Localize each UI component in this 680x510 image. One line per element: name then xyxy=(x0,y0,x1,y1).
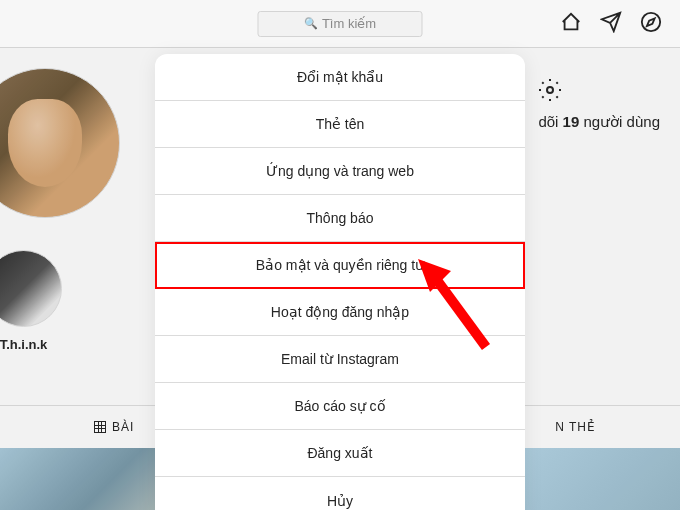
settings-modal: Đổi mật khẩu Thẻ tên Ứng dụng và trang w… xyxy=(155,54,525,510)
modal-overlay[interactable]: Đổi mật khẩu Thẻ tên Ứng dụng và trang w… xyxy=(0,0,680,510)
modal-item-nametag[interactable]: Thẻ tên xyxy=(155,101,525,148)
modal-item-privacy-security[interactable]: Bảo mật và quyền riêng tư xyxy=(155,242,525,289)
modal-item-logout[interactable]: Đăng xuất xyxy=(155,430,525,477)
modal-item-apps-websites[interactable]: Ứng dụng và trang web xyxy=(155,148,525,195)
modal-item-cancel[interactable]: Hủy xyxy=(155,477,525,510)
modal-item-login-activity[interactable]: Hoạt động đăng nhập xyxy=(155,289,525,336)
modal-item-notifications[interactable]: Thông báo xyxy=(155,195,525,242)
modal-item-emails[interactable]: Email từ Instagram xyxy=(155,336,525,383)
modal-item-report-problem[interactable]: Báo cáo sự cố xyxy=(155,383,525,430)
modal-item-change-password[interactable]: Đổi mật khẩu xyxy=(155,54,525,101)
